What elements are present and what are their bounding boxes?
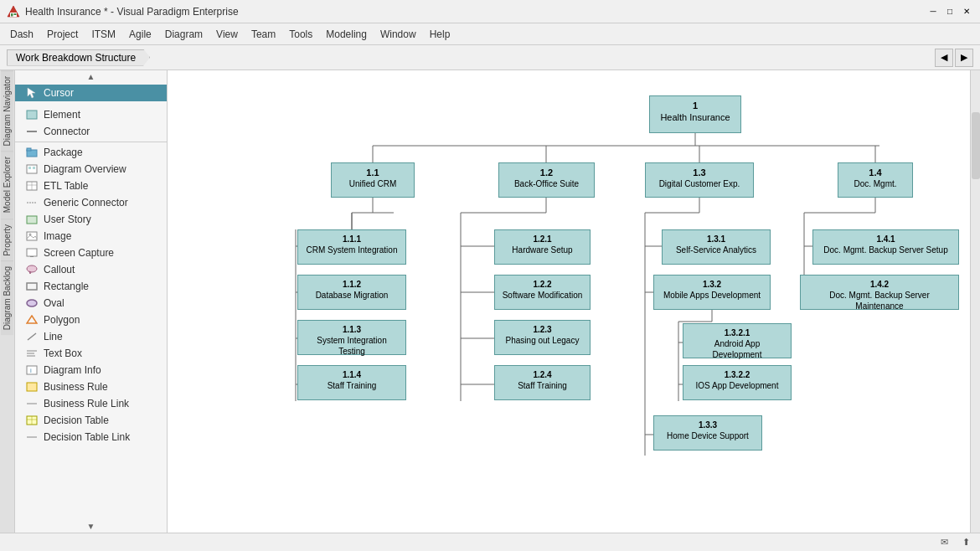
cursor-icon bbox=[25, 87, 39, 99]
wbs-1-1-1[interactable]: 1.1.1 CRM System Integration bbox=[297, 229, 406, 265]
sidebar-item-generic-connector[interactable]: Generic Connector bbox=[15, 194, 167, 211]
screen-capture-icon bbox=[25, 247, 39, 259]
sidebar-item-package[interactable]: Package bbox=[15, 144, 167, 161]
svg-rect-23 bbox=[27, 283, 37, 290]
svg-marker-25 bbox=[27, 316, 37, 323]
menu-itsm[interactable]: ITSM bbox=[85, 27, 122, 42]
wbs-1-1-3[interactable]: 1.1.3 System Integration Testing bbox=[297, 320, 406, 355]
wbs-1-3-3[interactable]: 1.3.3 Home Device Support bbox=[653, 415, 762, 451]
wbs-1-3-2-2[interactable]: 1.3.2.2 IOS App Development bbox=[683, 365, 792, 400]
sidebar-item-decision-table-link[interactable]: Decision Table Link bbox=[15, 429, 167, 445]
menu-agile[interactable]: Agile bbox=[122, 27, 158, 42]
diagram-info-label: Diagram Info bbox=[44, 364, 101, 376]
wbs-1-4[interactable]: 1.4 Doc. Mgmt. bbox=[838, 162, 913, 198]
etl-table-icon bbox=[25, 180, 39, 192]
right-scrollbar[interactable] bbox=[972, 112, 980, 179]
sidebar-content: Cursor Element Connector bbox=[15, 83, 167, 520]
wbs-1-1-2[interactable]: 1.1.2 Database Migration bbox=[297, 275, 406, 310]
wbs-1-3-2[interactable]: 1.3.2 Mobile Apps Development bbox=[653, 275, 771, 310]
menu-project[interactable]: Project bbox=[40, 27, 85, 42]
wbs-1-4-1[interactable]: 1.4.1 Doc. Mgmt. Backup Server Setup bbox=[812, 229, 959, 265]
sidebar-item-image[interactable]: Image bbox=[15, 228, 167, 245]
wbs-1-4-2[interactable]: 1.4.2 Doc. Mgmt. Backup Server Maintenan… bbox=[800, 275, 959, 310]
menu-view[interactable]: View bbox=[209, 27, 245, 42]
menu-window[interactable]: Window bbox=[374, 27, 423, 42]
sidebar-item-business-rule-link[interactable]: Business Rule Link bbox=[15, 395, 167, 412]
scroll-up-arrow[interactable]: ▲ bbox=[15, 70, 167, 83]
wbs-1-1[interactable]: 1.1 Unified CRM bbox=[331, 162, 415, 198]
canvas-area[interactable]: 1 Health Insurance 1.1 Unified CRM 1.2 B… bbox=[168, 70, 970, 533]
wbs-1-1-4[interactable]: 1.1.4 Staff Training bbox=[297, 365, 406, 400]
app-icon bbox=[7, 5, 20, 18]
rectangle-label: Rectangle bbox=[44, 281, 89, 292]
wbs-root[interactable]: 1 Health Insurance bbox=[649, 95, 741, 133]
wbs-diagram: 1 Health Insurance 1.1 Unified CRM 1.2 B… bbox=[168, 70, 921, 533]
sidebar-item-rectangle[interactable]: Rectangle bbox=[15, 278, 167, 295]
scroll-down-arrow[interactable]: ▼ bbox=[15, 520, 167, 533]
polygon-icon bbox=[25, 314, 39, 326]
svg-rect-20 bbox=[30, 256, 34, 257]
sidebar-item-business-rule[interactable]: Business Rule bbox=[15, 378, 167, 395]
wbs-1-3-1[interactable]: 1.3.1 Self-Service Analytics bbox=[662, 229, 771, 265]
sidebar-item-screen-capture[interactable]: Screen Capture bbox=[15, 245, 167, 261]
sidebar-item-cursor[interactable]: Cursor bbox=[15, 85, 167, 101]
breadcrumb[interactable]: Work Breakdown Structure bbox=[7, 49, 150, 66]
diagram-navigator-tab[interactable]: Diagram Navigator bbox=[1, 70, 13, 151]
sidebar-item-diagram-info[interactable]: i Diagram Info bbox=[15, 362, 167, 378]
wbs-1-2-3[interactable]: 1.2.3 Phasing out Legacy bbox=[494, 320, 591, 355]
element-label: Element bbox=[44, 109, 80, 121]
menu-dash[interactable]: Dash bbox=[3, 27, 40, 42]
wbs-1-2-2[interactable]: 1.2.2 Software Modification bbox=[494, 275, 591, 310]
email-icon[interactable]: ✉ bbox=[936, 535, 952, 550]
sidebar-item-user-story[interactable]: User Story bbox=[15, 211, 167, 228]
menu-tools[interactable]: Tools bbox=[282, 27, 319, 42]
property-tab[interactable]: Property bbox=[1, 219, 13, 261]
svg-rect-11 bbox=[33, 167, 35, 169]
decision-table-label: Decision Table bbox=[44, 415, 109, 426]
minimize-button[interactable]: ─ bbox=[926, 5, 940, 18]
sidebar-item-diagram-overview[interactable]: Diagram Overview bbox=[15, 161, 167, 178]
sidebar-item-line[interactable]: Line bbox=[15, 328, 167, 345]
svg-marker-4 bbox=[28, 88, 35, 98]
line-icon bbox=[25, 331, 39, 342]
sidebar-item-connector[interactable]: Connector bbox=[15, 123, 167, 140]
element-icon bbox=[25, 109, 39, 121]
maximize-button[interactable]: □ bbox=[943, 5, 957, 18]
sidebar-item-element[interactable]: Element bbox=[15, 106, 167, 123]
user-story-icon bbox=[25, 214, 39, 225]
menu-help[interactable]: Help bbox=[423, 27, 457, 42]
sidebar-item-callout[interactable]: Callout bbox=[15, 261, 167, 278]
cursor-label: Cursor bbox=[44, 87, 74, 99]
breadcrumb-actions: ◀ ▶ bbox=[935, 49, 973, 67]
generic-connector-label: Generic Connector bbox=[44, 197, 128, 209]
model-explorer-tab[interactable]: Model Explorer bbox=[1, 151, 13, 218]
forward-icon[interactable]: ▶ bbox=[955, 49, 973, 67]
sidebar-item-text-box[interactable]: Text Box bbox=[15, 345, 167, 362]
sidebar-item-polygon[interactable]: Polygon bbox=[15, 312, 167, 328]
right-sidebar bbox=[970, 70, 980, 533]
wbs-1-2-4[interactable]: 1.2.4 Staff Training bbox=[494, 365, 591, 400]
business-rule-link-icon bbox=[25, 398, 39, 409]
wbs-1-2[interactable]: 1.2 Back-Office Suite bbox=[498, 162, 595, 198]
main-layout: Diagram Navigator Model Explorer Propert… bbox=[0, 70, 980, 533]
menu-team[interactable]: Team bbox=[245, 27, 282, 42]
sidebar-item-etl-table[interactable]: ETL Table bbox=[15, 178, 167, 194]
diagram-backlog-tab[interactable]: Diagram Backlog bbox=[1, 260, 13, 335]
connector-label: Connector bbox=[44, 126, 90, 137]
wbs-1-3-2-1[interactable]: 1.3.2.1 Android App Development bbox=[683, 323, 792, 358]
export-icon[interactable]: ⬆ bbox=[958, 535, 973, 550]
svg-rect-3 bbox=[14, 13, 17, 15]
svg-line-26 bbox=[28, 333, 36, 340]
back-icon[interactable]: ◀ bbox=[935, 49, 953, 67]
window-controls: ─ □ ✕ bbox=[926, 5, 973, 18]
close-button[interactable]: ✕ bbox=[960, 5, 973, 18]
wbs-1-3[interactable]: 1.3 Digital Customer Exp. bbox=[645, 162, 754, 198]
oval-label: Oval bbox=[44, 297, 64, 309]
menu-diagram[interactable]: Diagram bbox=[158, 27, 209, 42]
svg-rect-16 bbox=[27, 216, 37, 224]
menu-modeling[interactable]: Modeling bbox=[319, 27, 374, 42]
svg-rect-32 bbox=[27, 383, 37, 391]
wbs-1-2-1[interactable]: 1.2.1 Hardware Setup bbox=[494, 229, 591, 265]
sidebar-item-oval[interactable]: Oval bbox=[15, 295, 167, 312]
sidebar-item-decision-table[interactable]: Decision Table bbox=[15, 412, 167, 429]
